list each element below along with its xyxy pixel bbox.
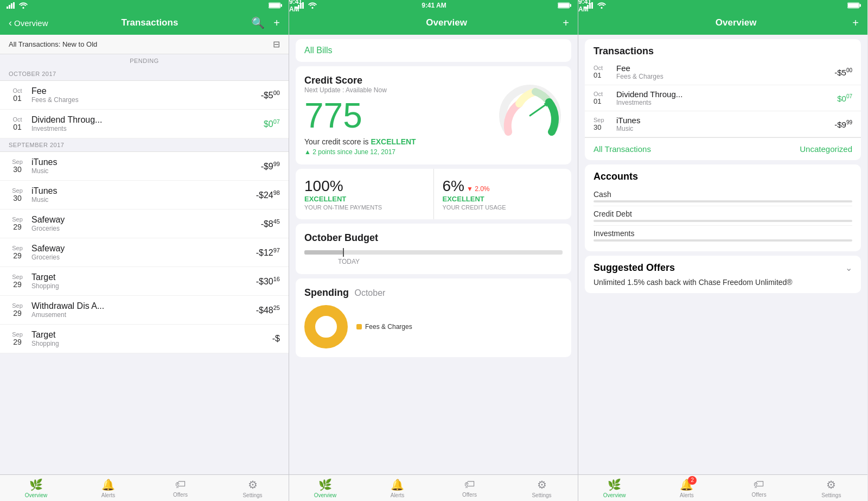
budget-card: October Budget TODAY <box>296 224 571 274</box>
transaction-row[interactable]: Oct 01 Dividend Throug... Investments $0… <box>0 110 289 138</box>
transaction-row[interactable]: Sep 29 Safeway Groceries -$1297 <box>0 238 289 267</box>
p3-transactions-title: Transactions <box>585 39 861 59</box>
transaction-date: Sep 30 <box>9 187 26 202</box>
budget-title: October Budget <box>304 232 563 244</box>
settings-icon: ⚙ <box>248 478 258 491</box>
search-icon[interactable]: 🔍 <box>251 16 265 29</box>
transaction-row[interactable]: Sep 29 Withdrawal Dis A... Amusement -$4… <box>0 296 289 325</box>
tab-alerts-1[interactable]: 🔔 Alerts <box>72 478 144 498</box>
all-transactions-link[interactable]: All Transactions <box>593 144 723 154</box>
p3-transactions-card: Transactions Oct 01 Fee Fees & Charges -… <box>585 39 861 160</box>
spending-content: Fees & Charges <box>304 305 563 348</box>
section-sep: SEPTEMBER 2017 <box>0 138 289 152</box>
transaction-date: Sep 29 <box>9 302 26 318</box>
back-button-1[interactable]: ‹ Overview <box>9 17 48 29</box>
tab-label-alerts-2: Alerts <box>391 492 405 498</box>
offers-icon: 🏷 <box>175 478 186 491</box>
pending-header: PENDING <box>0 54 289 67</box>
p3-info: Fee Fees & Charges <box>616 64 834 80</box>
p3-account-row[interactable]: Cash <box>593 187 852 206</box>
p3-transaction-row[interactable]: Oct 01 Fee Fees & Charges -$500 <box>585 59 861 85</box>
tab-overview-1[interactable]: 🌿 Overview <box>0 478 72 498</box>
transaction-row[interactable]: Oct 01 Fee Fees & Charges -$500 <box>0 81 289 110</box>
alerts-badge: 2 <box>688 476 697 485</box>
transaction-row[interactable]: Sep 30 iTunes Music -$2498 <box>0 181 289 210</box>
add-icon[interactable]: + <box>273 17 280 29</box>
tab-settings-2[interactable]: ⚙ Settings <box>506 478 578 498</box>
p3-account-row[interactable]: Credit Debt <box>593 206 852 226</box>
tab-settings-3[interactable]: ⚙ Settings <box>795 478 867 498</box>
stats-row: 100% EXCELLENT YOUR ON-TIME PAYMENTS 6% … <box>296 169 571 219</box>
nav-title-1: Transactions <box>121 17 178 28</box>
transaction-row[interactable]: Sep 29 Safeway Groceries -$845 <box>0 210 289 238</box>
add-icon-2[interactable]: + <box>563 17 569 29</box>
tab-settings-1[interactable]: ⚙ Settings <box>216 478 289 498</box>
settings-icon-2: ⚙ <box>537 478 547 491</box>
transaction-row[interactable]: Sep 29 Target Shopping -$ <box>0 325 289 353</box>
nav-add-3: + <box>852 17 859 29</box>
panel3-scroll[interactable]: Transactions Oct 01 Fee Fees & Charges -… <box>578 35 867 474</box>
offers-icon-2: 🏷 <box>464 478 475 491</box>
tab-offers-1[interactable]: 🏷 Offers <box>144 478 216 498</box>
add-icon-3[interactable]: + <box>852 17 859 29</box>
p3-info: Dividend Throug... Investments <box>616 90 837 106</box>
alerts-wrapper-3: 🔔 2 <box>680 478 693 491</box>
overview-scroll[interactable]: All Bills Credit Score Next Update : Ava… <box>289 35 578 474</box>
tab-label-offers-2: Offers <box>462 492 477 498</box>
tab-overview-2[interactable]: 🌿 Overview <box>289 478 361 498</box>
transaction-row[interactable]: Sep 29 Target Shopping -$3016 <box>0 267 289 296</box>
tab-label-offers-3: Offers <box>752 492 767 498</box>
transaction-info: Target Shopping <box>31 272 256 290</box>
transaction-info: Safeway Groceries <box>31 215 261 232</box>
tab-alerts-2[interactable]: 🔔 Alerts <box>361 478 433 498</box>
nav-title-2: Overview <box>426 17 467 28</box>
nav-add-2: + <box>563 17 569 29</box>
svg-point-18 <box>310 310 342 343</box>
p3-offers-text: Unlimited 1.5% cash back with Chase Free… <box>593 278 852 287</box>
p3-account-row[interactable]: Investments <box>593 226 852 245</box>
tab-bar-3: 🌿 Overview 🔔 2 Alerts 🏷 Offers ⚙ Setting… <box>578 474 867 501</box>
filter-text: All Transactions: New to Old <box>9 40 97 48</box>
transaction-amount: -$1297 <box>256 247 280 258</box>
transaction-amount: -$3016 <box>256 276 280 287</box>
transaction-row[interactable]: Sep 30 iTunes Music -$999 <box>0 152 289 181</box>
nav-bar-2: Overview + <box>289 11 578 35</box>
panel-overview: 9:41 AM Overview + All Bills Credit Scor… <box>289 0 578 501</box>
chevron-down-icon: ⌄ <box>845 263 852 273</box>
stat-credit-usage: 6% ▼ 2.0% EXCELLENT YOUR CREDIT USAGE <box>434 169 572 219</box>
alerts-icon: 🔔 <box>101 478 115 491</box>
filter-icon[interactable]: ⊟ <box>273 39 280 49</box>
overview-icon: 🌿 <box>29 478 43 491</box>
tab-label-settings-2: Settings <box>532 492 551 498</box>
tab-bar-2: 🌿 Overview 🔔 Alerts 🏷 Offers ⚙ Settings <box>289 474 578 501</box>
p3-account-bar <box>593 200 852 202</box>
transactions-scroll[interactable]: PENDING OCTOBER 2017 Oct 01 Fee Fees & C… <box>0 54 289 474</box>
transaction-amount: $007 <box>264 118 280 129</box>
spending-legend: Fees & Charges <box>356 323 412 331</box>
transaction-info: Target Shopping <box>31 330 272 347</box>
tab-alerts-label: Alerts <box>101 492 116 498</box>
transaction-amount: -$ <box>272 334 280 344</box>
transaction-info: Dividend Throug... Investments <box>31 115 264 132</box>
tab-label-overview-2: Overview <box>314 492 337 498</box>
overview-icon-2: 🌿 <box>318 478 332 491</box>
p3-transaction-row[interactable]: Sep 30 iTunes Music -$999 <box>585 111 861 137</box>
p3-amount: -$500 <box>834 67 852 77</box>
p3-amount: $007 <box>837 93 852 103</box>
tab-offers-3[interactable]: 🏷 Offers <box>723 478 795 498</box>
uncategorized-link[interactable]: Uncategorized <box>723 144 853 154</box>
transaction-amount: -$845 <box>261 218 280 229</box>
spending-month: October <box>354 288 385 297</box>
tab-overview-3[interactable]: 🌿 Overview <box>578 478 650 498</box>
tab-offers-2[interactable]: 🏷 Offers <box>433 478 506 498</box>
all-bills-link[interactable]: All Bills <box>296 39 571 62</box>
p3-transaction-row[interactable]: Oct 01 Dividend Throug... Investments $0… <box>585 85 861 111</box>
offers-icon-3: 🏷 <box>754 478 764 491</box>
status-time-1: 9:41 AM <box>0 2 289 9</box>
legend-color <box>356 324 362 329</box>
p3-info: iTunes Music <box>616 116 834 132</box>
spending-card: Spending October Fees & Charges <box>296 278 571 357</box>
tab-alerts-3[interactable]: 🔔 2 Alerts <box>650 478 723 498</box>
credit-rating: EXCELLENT <box>371 137 416 146</box>
status-bar-1: 9:41 AM <box>0 0 289 11</box>
